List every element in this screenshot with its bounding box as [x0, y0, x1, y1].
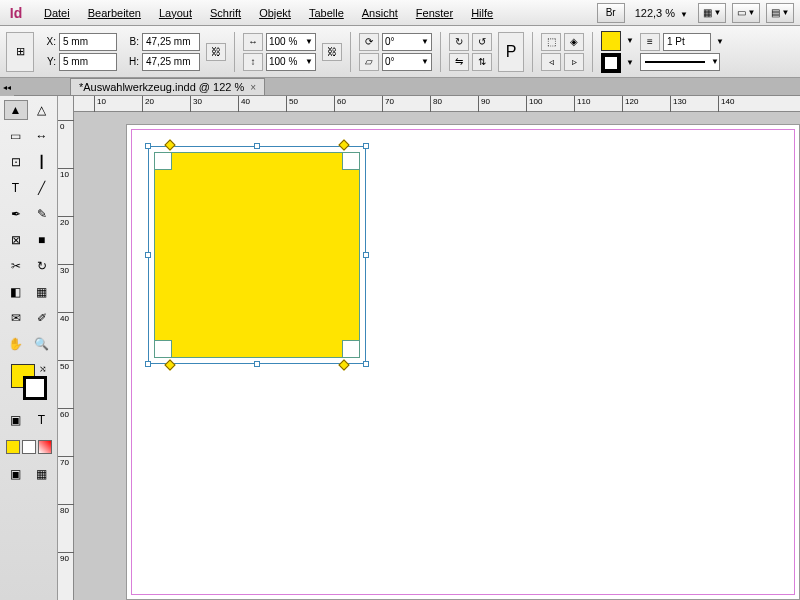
control-bar: ⊞ X: Y: B: H: ⛓ ↔100 %▼ ↕100 %▼ ⛓ ⟳0°▼ ▱…	[0, 26, 800, 78]
toolbox-stroke-swatch[interactable]	[23, 376, 47, 400]
flip-h-icon[interactable]: ⇋	[449, 53, 469, 71]
constrain-scale-icon[interactable]: ⛓	[322, 43, 342, 61]
gradient-swatch-tool[interactable]: ▦	[30, 282, 54, 302]
close-tab-icon[interactable]: ×	[250, 82, 256, 93]
vruler-label: 70	[60, 458, 69, 467]
collapse-handle[interactable]: ◂◂	[0, 78, 14, 96]
select-next-icon[interactable]: ▹	[564, 53, 584, 71]
hruler-label: 40	[241, 97, 250, 106]
apply-container-icon[interactable]: ▣	[4, 410, 28, 430]
handle-tm[interactable]	[254, 143, 260, 149]
rotate-input[interactable]: 0°▼	[382, 33, 432, 51]
scale-x-input[interactable]: 100 %▼	[266, 33, 316, 51]
content-tool[interactable]: ⊡	[4, 152, 28, 172]
swap-fill-stroke-icon[interactable]: ⤭	[39, 364, 47, 374]
gradient-tool[interactable]: ◧	[4, 282, 28, 302]
rotate-ccw-icon[interactable]: ↺	[472, 33, 492, 51]
h-input[interactable]	[142, 53, 200, 71]
handle-ml[interactable]	[145, 252, 151, 258]
w-input[interactable]	[142, 33, 200, 51]
color-chip-a[interactable]	[6, 440, 20, 454]
normal-view-icon[interactable]: ▣	[4, 464, 28, 484]
zoom-display[interactable]: 122,3 % ▼	[629, 7, 694, 19]
color-chip-c[interactable]	[38, 440, 52, 454]
canvas-area[interactable]: 0102030405060708090 10203040506070809010…	[58, 96, 800, 600]
hand-tool[interactable]: ✋	[4, 334, 28, 354]
selection-tool[interactable]: ▲	[4, 100, 28, 120]
menu-bearbeiten[interactable]: Bearbeiten	[80, 4, 149, 22]
view-options-button[interactable]: ▦▼	[698, 3, 726, 23]
document-tab[interactable]: *Auswahlwerkzeug.indd @ 122 % ×	[70, 78, 265, 95]
gap-tool[interactable]: ↔	[30, 126, 54, 146]
pencil-tool[interactable]: ✎	[30, 204, 54, 224]
color-chip-b[interactable]	[22, 440, 36, 454]
handle-tl[interactable]	[145, 143, 151, 149]
hruler-label: 80	[433, 97, 442, 106]
shear-input[interactable]: 0°▼	[382, 53, 432, 71]
handle-bm[interactable]	[254, 361, 260, 367]
rect-tool[interactable]: ■	[30, 230, 54, 250]
rect-frame-tool[interactable]: ⊠	[4, 230, 28, 250]
menu-layout[interactable]: Layout	[151, 4, 200, 22]
handle-mr[interactable]	[363, 252, 369, 258]
y-input[interactable]	[59, 53, 117, 71]
menu-fenster[interactable]: Fenster	[408, 4, 461, 22]
vruler-label: 0	[60, 122, 64, 131]
line-tool[interactable]: ╱	[30, 178, 54, 198]
hruler-label: 50	[289, 97, 298, 106]
vruler-label: 50	[60, 362, 69, 371]
fill-dropdown-icon[interactable]: ▼	[626, 36, 634, 45]
menu-ansicht[interactable]: Ansicht	[354, 4, 406, 22]
hruler-label: 90	[481, 97, 490, 106]
vruler-label: 90	[60, 554, 69, 563]
flip-v-icon[interactable]: ⇅	[472, 53, 492, 71]
stroke-style-dropdown[interactable]: ▼	[640, 53, 720, 71]
select-prev-icon[interactable]: ◃	[541, 53, 561, 71]
scissors-tool[interactable]: ✂	[4, 256, 28, 276]
fill-swatch[interactable]	[601, 31, 621, 51]
hruler-label: 100	[529, 97, 542, 106]
eyedropper-tool[interactable]: ✐	[30, 308, 54, 328]
hruler-label: 60	[337, 97, 346, 106]
stroke-weight-input[interactable]	[663, 33, 711, 51]
fill-stroke-control[interactable]: ⤭	[11, 364, 47, 400]
menu-hilfe[interactable]: Hilfe	[463, 4, 501, 22]
zoom-tool[interactable]: 🔍	[30, 334, 54, 354]
menu-objekt[interactable]: Objekt	[251, 4, 299, 22]
direct-selection-tool[interactable]: △	[30, 100, 54, 120]
apply-text-icon[interactable]: T	[30, 410, 54, 430]
menu-schrift[interactable]: Schrift	[202, 4, 249, 22]
pen-tool[interactable]: ✒	[4, 204, 28, 224]
type-tool[interactable]: T	[4, 178, 28, 198]
stroke-weight-icon: ≡	[640, 33, 660, 51]
scale-y-input[interactable]: 100 %▼	[266, 53, 316, 71]
ruler-tool[interactable]: ┃	[30, 152, 54, 172]
menu-tabelle[interactable]: Tabelle	[301, 4, 352, 22]
stroke-swatch[interactable]	[601, 53, 621, 73]
toolbox: ▲△ ▭↔ ⊡┃ T╱ ✒✎ ⊠■ ✂↻ ◧▦ ✉✐ ✋🔍 ⤭ ▣T ▣▦	[0, 96, 58, 600]
vruler-label: 80	[60, 506, 69, 515]
page-tool[interactable]: ▭	[4, 126, 28, 146]
note-tool[interactable]: ✉	[4, 308, 28, 328]
menu-datei[interactable]: Datei	[36, 4, 78, 22]
vertical-ruler[interactable]: 0102030405060708090	[58, 96, 74, 600]
arrange-button[interactable]: ▤▼	[766, 3, 794, 23]
select-content-icon[interactable]: ◈	[564, 33, 584, 51]
handle-bl[interactable]	[145, 361, 151, 367]
reference-point-icon[interactable]: ⊞	[6, 32, 34, 72]
shear-icon: ▱	[359, 53, 379, 71]
selected-object-frame[interactable]	[148, 146, 366, 364]
transform-tool[interactable]: ↻	[30, 256, 54, 276]
horizontal-ruler[interactable]: 102030405060708090100110120130140	[74, 96, 800, 112]
preview-view-icon[interactable]: ▦	[30, 464, 54, 484]
rotate-cw-icon[interactable]: ↻	[449, 33, 469, 51]
select-container-icon[interactable]: ⬚	[541, 33, 561, 51]
handle-tr[interactable]	[363, 143, 369, 149]
stroke-dropdown-icon[interactable]: ▼	[626, 58, 634, 67]
document-tab-row: *Auswahlwerkzeug.indd @ 122 % ×	[0, 78, 800, 96]
handle-br[interactable]	[363, 361, 369, 367]
screen-mode-button[interactable]: ▭▼	[732, 3, 760, 23]
x-input[interactable]	[59, 33, 117, 51]
bridge-button[interactable]: Br	[597, 3, 625, 23]
constrain-wh-icon[interactable]: ⛓	[206, 43, 226, 61]
